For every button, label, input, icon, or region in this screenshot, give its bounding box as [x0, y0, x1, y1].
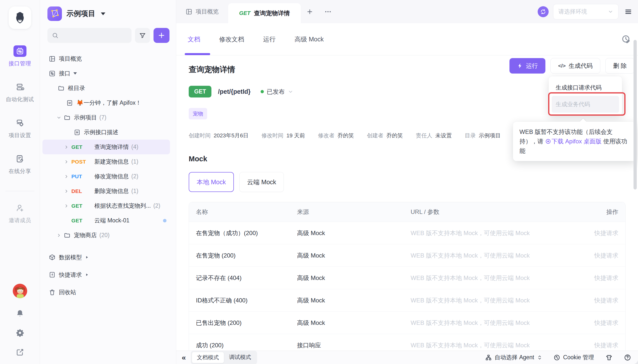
local-mock-toggle[interactable]: 本地 Mock: [189, 172, 234, 192]
quick-request-icon: [49, 272, 55, 278]
cookie-manager[interactable]: Cookie 管理: [554, 354, 594, 361]
debug-mode-button[interactable]: 调试模式: [224, 352, 256, 363]
settings-gear-icon[interactable]: [16, 328, 24, 337]
overview-grid-icon: [49, 56, 55, 62]
new-tab-plus-icon[interactable]: [301, 0, 319, 23]
tab-run[interactable]: 运行: [263, 35, 276, 44]
sidebar-api-get-cloud-mock[interactable]: GET 云端 Mock-01: [43, 213, 170, 228]
table-row: 记录不存在 (404) 高级 Mock WEB 版不支持本地 Mock，可使用云…: [189, 266, 625, 289]
rail-label: 自动化测试: [6, 96, 34, 103]
publish-status[interactable]: 已发布: [261, 88, 293, 96]
sidebar-folder-pet-store[interactable]: 宠物商店 (20): [43, 228, 170, 242]
quick-request-action[interactable]: 快捷请求: [588, 274, 625, 282]
online-share-icon: [14, 153, 27, 164]
sidebar-api-get-find-by-status[interactable]: GET 根据状态查找宠物列... (2): [43, 198, 170, 213]
markdown-doc-icon: M: [66, 100, 73, 106]
vertical-scrollbar[interactable]: [633, 40, 637, 190]
tab-get-pet-detail-active[interactable]: GET 查询宠物详情: [228, 3, 301, 23]
web-unsupported-tooltip: WEB 版暂不支持该功能（后续会支持），请 下载 Apifox 桌面版 使用该功…: [513, 122, 636, 161]
mode-switcher: 文档模式 调试模式: [191, 351, 257, 364]
tab-doc[interactable]: 文档: [188, 35, 200, 44]
table-row: 在售宠物 (200) 高级 Mock WEB 版不支持本地 Mock，可使用云端…: [189, 244, 625, 266]
sidebar-item-recycle-bin[interactable]: 回收站: [43, 284, 170, 301]
agent-selector[interactable]: 自动选择 Agent: [485, 354, 542, 361]
folder-icon: [64, 114, 70, 121]
chevrons-updown-icon: [537, 355, 542, 360]
add-button[interactable]: [153, 28, 169, 43]
sidebar-folder-root[interactable]: 根目录: [43, 81, 170, 96]
chevron-down-icon: [56, 115, 61, 120]
tab-project-overview[interactable]: 项目概览: [176, 0, 228, 23]
apifox-logo[interactable]: [9, 6, 31, 29]
folder-icon: [64, 232, 70, 238]
project-name[interactable]: 示例项目: [66, 9, 95, 19]
menu-item-generate-request-code[interactable]: 生成接口请求代码: [552, 79, 619, 96]
generate-code-button[interactable]: </> 生成代码: [550, 58, 600, 74]
sync-icon[interactable]: [538, 6, 549, 17]
delete-button[interactable]: 删 除: [605, 58, 634, 74]
code-icon: </>: [558, 63, 566, 69]
chevron-right-icon: [64, 159, 69, 164]
rail-item-automated-testing[interactable]: 自动化测试: [6, 81, 34, 103]
sidebar-doc-sample-api-desc[interactable]: M 示例接口描述: [43, 125, 170, 140]
chevron-right-icon: [64, 189, 69, 194]
quick-request-action[interactable]: 快捷请求: [588, 252, 625, 260]
api-management-icon: [14, 46, 27, 57]
history-clock-icon[interactable]: [621, 34, 631, 44]
left-rail: 接口管理 自动化测试 项目设置 在线分享 邀请成员: [0, 0, 40, 364]
run-button[interactable]: 运行: [509, 58, 545, 74]
quick-request-action[interactable]: 快捷请求: [588, 296, 625, 304]
rail-item-online-share[interactable]: 在线分享: [9, 153, 31, 175]
overview-grid-icon: [186, 8, 192, 15]
filter-button[interactable]: [135, 28, 150, 43]
caret-right-icon: [85, 255, 89, 259]
sidebar-api-put-update-pet[interactable]: PUT 修改宠物信息 (2): [43, 169, 170, 184]
rail-item-invite-member[interactable]: 邀请成员: [9, 202, 31, 224]
theme-tshirt-icon[interactable]: [605, 354, 612, 361]
help-icon[interactable]: [624, 354, 631, 361]
project-switch-caret-icon[interactable]: [101, 12, 105, 15]
sidebar-item-quick-request[interactable]: 快捷请求: [43, 266, 170, 284]
tab-more-ellipsis-icon[interactable]: [319, 0, 337, 23]
sidebar-folder-sample-project[interactable]: 示例项目 (7): [43, 110, 170, 125]
tab-edit-doc[interactable]: 修改文档: [219, 35, 244, 44]
user-avatar[interactable]: [13, 284, 27, 298]
rail-item-project-settings[interactable]: 项目设置: [9, 117, 31, 139]
sidebar-item-apis[interactable]: 接口: [43, 66, 170, 81]
trash-icon: [49, 289, 55, 296]
network-icon: [485, 354, 492, 361]
tag-pet[interactable]: 宠物: [189, 108, 207, 120]
quick-request-action[interactable]: 快捷请求: [588, 341, 625, 349]
quick-request-action[interactable]: 快捷请求: [588, 319, 625, 327]
mock-table: 名称 来源 URL / 参数 操作 在售宠物（成功）(200) 高级 Mock …: [189, 202, 625, 356]
tab-advanced-mock[interactable]: 高级 Mock: [295, 35, 324, 44]
search-input[interactable]: [47, 28, 132, 43]
project-icon: [47, 6, 62, 21]
invite-member-icon: [14, 202, 27, 214]
rail-item-api-management[interactable]: 接口管理: [9, 46, 31, 67]
sidebar-item-project-overview[interactable]: 项目概览: [43, 51, 170, 66]
api-path: /pet/{petId}: [218, 88, 251, 95]
sidebar-api-post-create-pet[interactable]: POST 新建宠物信息 (1): [43, 154, 170, 169]
open-external-icon[interactable]: [16, 348, 24, 356]
menu-item-generate-business-code[interactable]: 生成业务代码: [552, 96, 619, 113]
automated-testing-icon: [14, 81, 27, 93]
cloud-mock-toggle[interactable]: 云端 Mock: [239, 172, 284, 192]
chevron-down-icon: [288, 89, 293, 94]
generate-code-menu: 生成接口请求代码 生成业务代码: [549, 76, 622, 116]
api-tree: 项目概览 接口 根目录 M 🦊一分钟，了解 Apifox！ 示例项目 (7): [40, 46, 176, 301]
chevron-down-icon: [608, 9, 613, 14]
sidebar-item-data-models[interactable]: 数据模型: [43, 248, 170, 266]
environment-select[interactable]: 请选择环境: [553, 4, 618, 20]
search-icon: [52, 32, 58, 39]
quick-request-action[interactable]: 快捷请求: [588, 229, 625, 237]
notifications-bell-icon[interactable]: [16, 309, 24, 318]
sidebar-api-get-pet-detail[interactable]: GET 查询宠物详情 (4): [43, 140, 170, 154]
doc-mode-button[interactable]: 文档模式: [192, 352, 224, 363]
collapse-sidebar-icon[interactable]: «: [182, 353, 185, 362]
sidebar-api-del-delete-pet[interactable]: DEL 删除宠物信息 (1): [43, 184, 170, 198]
mock-table-header: 名称 来源 URL / 参数 操作: [189, 202, 625, 222]
sidebar-doc-learn-apifox[interactable]: M 🦊一分钟，了解 Apifox！: [43, 96, 170, 110]
menu-hamburger-icon[interactable]: [623, 6, 633, 17]
download-desktop-link[interactable]: 下载 Apifox 桌面版: [545, 138, 601, 144]
